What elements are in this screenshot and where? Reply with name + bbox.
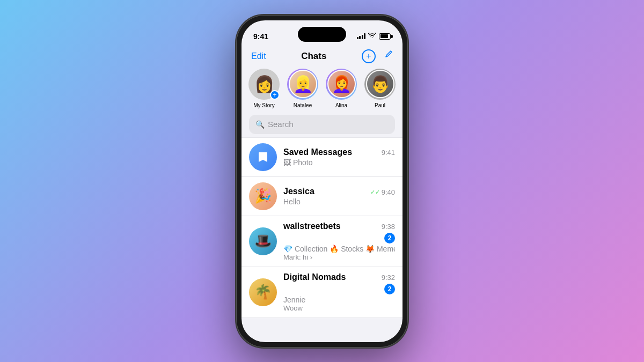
digital-nomads-content: Digital Nomads 9:32 2 Jennie Woow <box>283 272 395 312</box>
digital-nomads-right: 9:32 2 <box>382 274 395 294</box>
story-label-alina: Alina <box>335 102 347 108</box>
battery-icon <box>379 33 391 40</box>
jessica-content: Jessica ✓✓ 9:40 Hello <box>283 187 395 206</box>
wallstreetbets-preview1: 💎 Collection 🔥 Stocks 🦊 Memes... <box>283 245 395 253</box>
page-title: Chats <box>301 51 326 62</box>
nav-action-icons: + <box>362 49 393 63</box>
digital-nomads-preview1: Jennie <box>283 295 395 304</box>
chat-item-jessica[interactable]: 🎉 Jessica ✓✓ 9:40 Hello <box>241 177 402 216</box>
digital-nomads-time: 9:32 <box>382 274 395 282</box>
search-bar[interactable]: 🔍 Search <box>249 115 395 134</box>
saved-messages-avatar <box>249 143 277 171</box>
saved-messages-preview: 🖼 Photo <box>283 158 395 167</box>
digital-nomads-avatar: 🌴 <box>249 278 277 306</box>
chat-item-wallstreetbets[interactable]: 🎩 wallstreetbets 9:38 2 💎 Collection 🔥 S… <box>241 216 402 267</box>
jessica-avatar: 🎉 <box>249 182 277 210</box>
story-item-paul[interactable]: 👨 Paul <box>365 69 395 108</box>
saved-messages-name: Saved Messages <box>283 147 352 157</box>
wallstreetbets-right: 9:38 2 <box>382 223 395 243</box>
status-icons <box>357 33 391 40</box>
dynamic-island <box>298 27 346 42</box>
jessica-time: ✓✓ 9:40 <box>370 188 395 196</box>
jessica-name: Jessica <box>283 187 314 196</box>
saved-messages-time: 9:41 <box>382 149 395 157</box>
wallstreetbets-avatar: 🎩 <box>249 227 277 255</box>
stories-row: 👩 + My Story 👱‍♀️ <box>241 69 402 115</box>
add-story-badge: + <box>270 90 280 100</box>
digital-nomads-preview2: Woow <box>283 304 395 312</box>
wallstreetbets-content: wallstreetbets 9:38 2 💎 Collection 🔥 Sto… <box>283 221 395 261</box>
jessica-right: ✓✓ 9:40 <box>370 188 395 196</box>
digital-nomads-badge: 2 <box>384 284 395 294</box>
search-input[interactable]: Search <box>268 120 294 129</box>
saved-messages-content: Saved Messages 9:41 🖼 Photo <box>283 147 395 167</box>
story-item-my-story[interactable]: 👩 + My Story <box>249 69 279 108</box>
digital-nomads-name: Digital Nomads <box>283 272 346 282</box>
chat-item-digital-nomads[interactable]: 🌴 Digital Nomads 9:32 2 Jennie Woow <box>241 267 402 318</box>
phone-wrapper: 9:41 <box>236 15 408 348</box>
story-item-alina[interactable]: 👩‍🦰 Alina <box>326 69 356 108</box>
nav-header: Edit Chats + <box>241 47 402 69</box>
wallstreetbets-preview2: Mark: hi › <box>283 253 395 261</box>
chat-list: Saved Messages 9:41 🖼 Photo 🎉 Jessica <box>241 137 402 342</box>
story-label-my-story: My Story <box>253 102 274 108</box>
phone-screen: 9:41 <box>241 20 402 342</box>
wallstreetbets-name: wallstreetbets <box>283 221 341 231</box>
edit-button[interactable]: Edit <box>251 51 266 61</box>
search-icon: 🔍 <box>255 120 265 129</box>
compose-button[interactable] <box>383 50 393 62</box>
chat-item-saved-messages[interactable]: Saved Messages 9:41 🖼 Photo <box>241 137 402 177</box>
story-label-natalee: Natalee <box>294 102 312 108</box>
wallstreetbets-badge: 2 <box>384 233 395 243</box>
wallstreetbets-time: 9:38 <box>382 223 395 231</box>
signal-bars-icon <box>357 33 366 39</box>
add-new-button[interactable]: + <box>362 49 376 63</box>
story-label-paul: Paul <box>375 102 385 108</box>
story-item-natalee[interactable]: 👱‍♀️ Natalee <box>288 69 318 108</box>
status-time: 9:41 <box>253 32 268 41</box>
wifi-icon <box>368 33 376 40</box>
jessica-preview: Hello <box>283 197 395 206</box>
